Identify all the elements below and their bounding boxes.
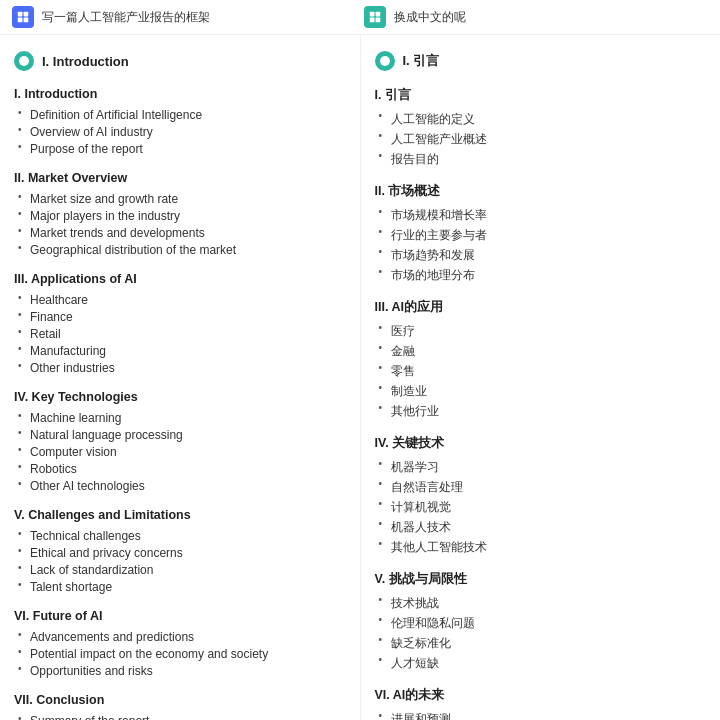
outline-heading-0: I. 引言 (375, 87, 707, 104)
list-item: Overview of AI industry (18, 123, 346, 140)
list-item: Ethical and privacy concerns (18, 544, 346, 561)
svg-rect-2 (18, 18, 23, 23)
list-item: 其他人工智能技术 (379, 537, 707, 557)
svg-rect-0 (18, 12, 23, 17)
list-item: Market size and growth rate (18, 190, 346, 207)
outline-heading-5: VI. AI的未来 (375, 687, 707, 704)
outline-heading-2: III. Applications of AI (14, 272, 346, 286)
list-item: Advancements and predictions (18, 628, 346, 645)
outline-list-0: Definition of Artificial IntelligenceOve… (14, 106, 346, 157)
main-content: I. Introduction I. IntroductionDefinitio… (0, 35, 720, 720)
left-section-header: I. Introduction (14, 45, 346, 77)
outline-list-1: Market size and growth rateMajor players… (14, 190, 346, 258)
right-section-header: I. 引言 (375, 45, 707, 77)
list-item: 市场的地理分布 (379, 265, 707, 285)
svg-rect-6 (370, 18, 375, 23)
list-item: Market trends and developments (18, 224, 346, 241)
list-item: Purpose of the report (18, 140, 346, 157)
left-section-title: I. Introduction (42, 54, 129, 69)
svg-rect-5 (376, 12, 381, 17)
list-item: Other industries (18, 359, 346, 376)
list-item: 进展和预测 (379, 709, 707, 720)
list-item: 技术挑战 (379, 593, 707, 613)
outline-section-5: VI. Future of AIAdvancements and predict… (14, 609, 346, 679)
list-item: 其他行业 (379, 401, 707, 421)
list-item: 人工智能的定义 (379, 109, 707, 129)
list-item: Manufacturing (18, 342, 346, 359)
outline-list-1: 市场规模和增长率行业的主要参与者市场趋势和发展市场的地理分布 (375, 205, 707, 285)
list-item: 机器人技术 (379, 517, 707, 537)
outline-list-6: Summary of the reportFinal thoughts and … (14, 712, 346, 720)
list-item: Major players in the industry (18, 207, 346, 224)
list-item: 人才短缺 (379, 653, 707, 673)
outline-heading-3: IV. Key Technologies (14, 390, 346, 404)
top-bar-left: 写一篇人工智能产业报告的框架 (12, 6, 356, 28)
outline-section-4: V. Challenges and LimitationsTechnical c… (14, 508, 346, 595)
outline-section-3: IV. 关键技术机器学习自然语言处理计算机视觉机器人技术其他人工智能技术 (375, 435, 707, 557)
list-item: Other AI technologies (18, 477, 346, 494)
list-item: 零售 (379, 361, 707, 381)
svg-point-8 (19, 56, 29, 66)
outline-heading-4: V. 挑战与局限性 (375, 571, 707, 588)
svg-rect-3 (24, 18, 29, 23)
outline-heading-2: III. AI的应用 (375, 299, 707, 316)
outline-section-3: IV. Key TechnologiesMachine learningNatu… (14, 390, 346, 494)
list-item: Retail (18, 325, 346, 342)
outline-heading-0: I. Introduction (14, 87, 346, 101)
svg-rect-1 (24, 12, 29, 17)
list-item: 计算机视觉 (379, 497, 707, 517)
list-item: Potential impact on the economy and soci… (18, 645, 346, 662)
list-item: 市场趋势和发展 (379, 245, 707, 265)
list-item: 人工智能产业概述 (379, 129, 707, 149)
list-item: 报告目的 (379, 149, 707, 169)
left-outline-sections: I. IntroductionDefinition of Artificial … (14, 87, 346, 720)
top-bar: 写一篇人工智能产业报告的框架 换成中文的呢 (0, 0, 720, 35)
outline-section-2: III. Applications of AIHealthcareFinance… (14, 272, 346, 376)
outline-list-2: HealthcareFinanceRetailManufacturingOthe… (14, 291, 346, 376)
list-item: 缺乏标准化 (379, 633, 707, 653)
left-icon-box (12, 6, 34, 28)
outline-list-4: Technical challengesEthical and privacy … (14, 527, 346, 595)
outline-section-0: I. IntroductionDefinition of Artificial … (14, 87, 346, 157)
right-section-title: I. 引言 (403, 52, 440, 70)
outline-section-0: I. 引言人工智能的定义人工智能产业概述报告目的 (375, 87, 707, 169)
list-item: 医疗 (379, 321, 707, 341)
svg-point-9 (380, 56, 390, 66)
list-item: Talent shortage (18, 578, 346, 595)
svg-rect-4 (370, 12, 375, 17)
list-item: Finance (18, 308, 346, 325)
left-section-icon (14, 51, 34, 71)
list-item: Healthcare (18, 291, 346, 308)
outline-list-3: 机器学习自然语言处理计算机视觉机器人技术其他人工智能技术 (375, 457, 707, 557)
outline-section-4: V. 挑战与局限性技术挑战伦理和隐私问题缺乏标准化人才短缺 (375, 571, 707, 673)
list-item: Computer vision (18, 443, 346, 460)
list-item: Geographical distribution of the market (18, 241, 346, 258)
list-item: 制造业 (379, 381, 707, 401)
right-section-icon (375, 51, 395, 71)
outline-section-2: III. AI的应用医疗金融零售制造业其他行业 (375, 299, 707, 421)
list-item: Technical challenges (18, 527, 346, 544)
list-item: Machine learning (18, 409, 346, 426)
outline-list-2: 医疗金融零售制造业其他行业 (375, 321, 707, 421)
list-item: Robotics (18, 460, 346, 477)
list-item: Summary of the report (18, 712, 346, 720)
outline-list-5: Advancements and predictionsPotential im… (14, 628, 346, 679)
top-bar-left-text: 写一篇人工智能产业报告的框架 (42, 9, 210, 26)
outline-list-4: 技术挑战伦理和隐私问题缺乏标准化人才短缺 (375, 593, 707, 673)
outline-heading-6: VII. Conclusion (14, 693, 346, 707)
list-item: Definition of Artificial Intelligence (18, 106, 346, 123)
right-column: I. 引言 I. 引言人工智能的定义人工智能产业概述报告目的II. 市场概述市场… (361, 35, 721, 720)
outline-section-1: II. Market OverviewMarket size and growt… (14, 171, 346, 258)
outline-list-5: 进展和预测对经济和社会的潜在影响机会与风险 (375, 709, 707, 720)
outline-heading-4: V. Challenges and Limitations (14, 508, 346, 522)
outline-heading-1: II. Market Overview (14, 171, 346, 185)
list-item: Lack of standardization (18, 561, 346, 578)
outline-section-6: VII. ConclusionSummary of the reportFina… (14, 693, 346, 720)
outline-section-5: VI. AI的未来进展和预测对经济和社会的潜在影响机会与风险 (375, 687, 707, 720)
list-item: 行业的主要参与者 (379, 225, 707, 245)
outline-list-3: Machine learningNatural language process… (14, 409, 346, 494)
list-item: 自然语言处理 (379, 477, 707, 497)
outline-heading-1: II. 市场概述 (375, 183, 707, 200)
list-item: Opportunities and risks (18, 662, 346, 679)
list-item: 机器学习 (379, 457, 707, 477)
